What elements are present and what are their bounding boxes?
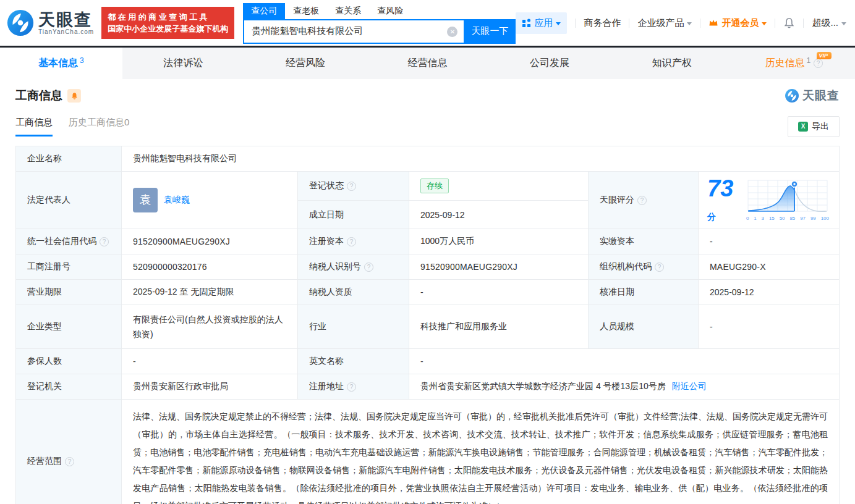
insured-count-value: - [121,349,297,374]
search-input-wrap: ✕ [243,19,464,44]
export-button[interactable]: X 导出 [788,116,840,137]
search-tab-relation[interactable]: 查关系 [327,3,369,19]
nav-apps-label: 应用 [534,17,553,29]
reg-authority-label: 登记机关 [16,374,121,399]
reg-status-label: 登记状态 [298,172,409,200]
staff-size-value: - [698,305,839,348]
score-distribution-chart: 0131550859799100 [745,179,830,221]
search-input[interactable] [244,20,464,43]
insured-count-label: 参保人数 [16,349,121,374]
tab-label: 经营信息 [408,57,448,70]
nav-open-vip-label: 开通会员 [721,17,759,29]
subtab-business-info[interactable]: 工商信息 [15,117,53,136]
tab-label: 知识产权 [652,57,692,70]
staff-size-label: 人员规模 [588,305,698,348]
subtab-row: 工商信息 历史工商信息0 X 导出 [15,116,840,137]
caret-down-icon [762,22,767,25]
question-icon[interactable] [637,196,647,205]
legal-rep-label: 法定代表人 [16,172,121,229]
subtab-history-business-info[interactable]: 历史工商信息0 [69,117,129,136]
question-icon[interactable] [100,237,109,246]
tab-label: 法律诉讼 [163,57,203,70]
taxpayer-quality-value: - [409,280,588,304]
notification-bell-icon[interactable] [783,17,795,29]
nav-super-vip-label: 超级... [812,17,838,29]
tab-company-development[interactable]: 公司发展 [488,48,611,79]
tab-label: 基本信息 [38,57,78,70]
nav-open-vip[interactable]: 开通会员 [708,17,767,29]
export-label: 导出 [812,121,829,132]
english-name-label: 英文名称 [297,349,409,374]
question-icon[interactable] [347,382,356,392]
company-type-value: 有限责任公司(自然人投资或控股的法人独资) [121,305,297,348]
tab-intellectual-property[interactable]: 知识产权 [611,48,733,79]
promo-line2: 国家中小企业发展子基金旗下机构 [108,23,228,35]
nav-cooperation[interactable]: 商务合作 [584,17,621,29]
caret-down-icon [841,22,846,25]
logo-domain: TianYanCha.com [38,28,94,35]
org-code-label: 组织机构代码 [588,254,698,279]
nav-apps[interactable]: 应用 [516,12,567,34]
english-name-value: - [409,349,839,374]
taxpayer-id-value: 91520900MAEUG290XJ [409,254,588,279]
table-row: 参保人数 - 英文名称 - [16,349,839,374]
question-icon[interactable] [347,237,356,246]
reg-address-label: 注册地址 [297,374,409,399]
clear-icon[interactable]: ✕ [447,27,457,37]
tab-history-info[interactable]: VIP 历史信息 1 [733,48,855,79]
table-row: 登记机关 贵州贵安新区行政审批局 注册地址 贵州省贵安新区党武镇大学城数字经济产… [16,374,839,400]
company-type-label: 企业类型 [16,305,121,348]
reg-address-value: 贵州省贵安新区党武镇大学城数字经济产业园 4 号楼13层10号房 附近公司 [409,374,839,399]
reg-number-label: 工商注册号 [16,254,121,279]
question-icon[interactable] [814,59,823,68]
business-term-value: 2025-09-12 至 无固定期限 [121,280,297,304]
score-label-text: 天眼评分 [600,195,634,206]
reg-capital-value: 1000万人民币 [409,229,588,254]
table-row: 营业期限 2025-09-12 至 无固定期限 纳税人资质 - 核准日期 202… [16,280,839,305]
nav-enterprise[interactable]: 企业级产品 [637,17,692,29]
tab-operation-info[interactable]: 经营信息 [367,48,489,79]
search-tab-company[interactable]: 查公司 [243,3,285,19]
search-tabs: 查公司 查老板 查关系 查风险 [243,2,516,19]
watermark-logo: 天眼查 [785,88,840,104]
search-area: 查公司 查老板 查关系 查风险 ✕ 天眼一下 [243,2,516,44]
logo-title: 天眼查 [38,11,94,28]
section-title: 工商信息 [15,88,62,104]
caret-down-icon [687,22,692,25]
subscribe-bell-icon[interactable] [67,89,81,103]
crown-icon [708,19,718,27]
logo[interactable]: 天眼查 TianYanCha.com [6,9,94,37]
section-header: 工商信息 天眼查 [15,88,840,104]
legal-rep-avatar[interactable]: 袁 [133,188,158,212]
nav-divider [629,19,629,28]
question-icon[interactable] [655,262,664,272]
uscc-value: 91520900MAEUG290XJ [121,229,297,254]
tab-operation-risk[interactable]: 经营风险 [244,48,367,79]
tab-count: 3 [80,56,84,65]
question-icon[interactable] [364,262,373,272]
main-tabbar: 基本信息 3 法律诉讼 经营风险 经营信息 公司发展 知识产权 VIP 历史信息… [0,46,855,79]
approval-date-label: 核准日期 [588,280,698,304]
search-button[interactable]: 天眼一下 [464,19,516,44]
search-tab-risk[interactable]: 查风险 [369,3,411,19]
promo-line1: 都在用的商业查询工具 [108,11,228,23]
establish-date-label: 成立日期 [298,201,409,229]
watermark-text: 天眼查 [802,88,840,104]
table-row: 企业类型 有限责任公司(自然人投资或控股的法人独资) 行业 科技推广和应用服务业… [16,305,839,349]
nearby-companies-link[interactable]: 附近公司 [672,381,707,392]
search-tab-boss[interactable]: 查老板 [285,3,327,19]
question-icon[interactable] [347,182,356,191]
question-icon[interactable] [65,457,74,466]
tab-basic-info[interactable]: 基本信息 3 [0,48,122,79]
tianyancha-logo-icon [6,9,35,37]
reg-number-value: 520900000320176 [121,254,297,279]
status-subrow: 登记状态 存续 [298,172,588,200]
tab-legal-litigation[interactable]: 法律诉讼 [122,48,245,79]
score-label: 天眼评分 [588,172,698,229]
apps-grid-icon [522,19,531,28]
establish-date-value: 2025-09-12 [409,201,588,229]
legal-rep-name-link[interactable]: 袁峻巍 [164,195,190,206]
excel-icon: X [798,122,808,132]
nav-super-vip[interactable]: 超级... [812,17,846,29]
vip-badge: VIP [817,52,832,59]
